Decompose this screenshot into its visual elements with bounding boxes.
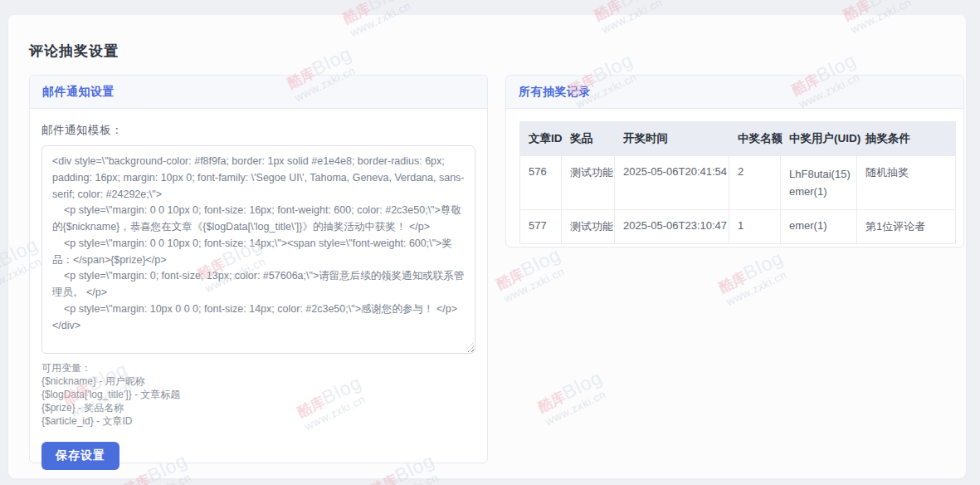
available-variables: 可用变量： {$nickname} - 用户昵称{$logData['log_t… [41, 361, 475, 428]
lottery-records-panel-header: 所有抽奖记录 [506, 76, 963, 109]
column-header: 文章ID [520, 122, 562, 156]
table-cell: 577 [520, 210, 562, 244]
column-header: 开奖时间 [615, 122, 729, 156]
column-header: 抽奖条件 [857, 122, 956, 156]
content-card: 评论抽奖设置 邮件通知设置 邮件通知模板： <div style=\"backg… [8, 15, 966, 478]
table-cell: 2 [729, 156, 781, 210]
variable-hint: {$article_id} - 文章ID [41, 414, 475, 428]
lottery-records-table: 文章ID奖品开奖时间中奖名额中奖用户(UID)抽奖条件 576测试功能2025-… [519, 121, 956, 244]
variable-hint: {$prize} - 奖品名称 [41, 401, 475, 414]
table-row: 577测试功能2025-05-06T23:10:471emer(1)第1位评论者 [520, 210, 956, 244]
table-cell: 随机抽奖 [857, 156, 956, 210]
table-cell: 2025-05-06T23:10:47 [615, 210, 729, 244]
page-title: 评论抽奖设置 [29, 42, 119, 61]
email-settings-panel-body: 邮件通知模板： <div style=\"background-color: #… [30, 109, 487, 470]
table-cell: 测试功能 [562, 156, 615, 210]
table-row: 576测试功能2025-05-06T20:41:542LhF8utai(15) … [520, 156, 956, 210]
variable-hint: {$logData['log_title']} - 文章标题 [41, 388, 475, 401]
table-cell: 测试功能 [562, 210, 615, 244]
variables-title: 可用变量： [41, 361, 475, 375]
column-header: 中奖用户(UID) [781, 122, 857, 156]
email-settings-panel-header: 邮件通知设置 [30, 76, 487, 109]
email-template-textarea[interactable]: <div style=\"background-color: #f8f9fa; … [41, 145, 475, 354]
lottery-records-panel: 所有抽奖记录 文章ID奖品开奖时间中奖名额中奖用户(UID)抽奖条件 576测试… [505, 75, 964, 247]
save-settings-button[interactable]: 保存设置 [41, 442, 119, 470]
table-cell: 第1位评论者 [857, 210, 956, 244]
lottery-settings-page: 评论抽奖设置 邮件通知设置 邮件通知模板： <div style=\"backg… [0, 0, 980, 485]
variable-hint: {$nickname} - 用户昵称 [41, 375, 475, 388]
lottery-records-panel-body: 文章ID奖品开奖时间中奖名额中奖用户(UID)抽奖条件 576测试功能2025-… [506, 109, 963, 257]
table-cell: emer(1) [781, 210, 857, 244]
column-header: 中奖名额 [729, 122, 781, 156]
template-label: 邮件通知模板： [41, 123, 475, 138]
table-header-row: 文章ID奖品开奖时间中奖名额中奖用户(UID)抽奖条件 [520, 122, 956, 156]
table-cell: 2025-05-06T20:41:54 [615, 156, 729, 210]
variables-list: {$nickname} - 用户昵称{$logData['log_title']… [41, 375, 475, 428]
table-cell: 576 [520, 156, 562, 210]
column-header: 奖品 [562, 122, 615, 156]
table-cell: 1 [729, 210, 781, 244]
table-cell: LhF8utai(15) emer(1) [781, 156, 857, 210]
template-textarea-wrap: <div style=\"background-color: #f8f9fa; … [41, 145, 475, 354]
email-settings-panel: 邮件通知设置 邮件通知模板： <div style=\"background-c… [29, 75, 488, 463]
